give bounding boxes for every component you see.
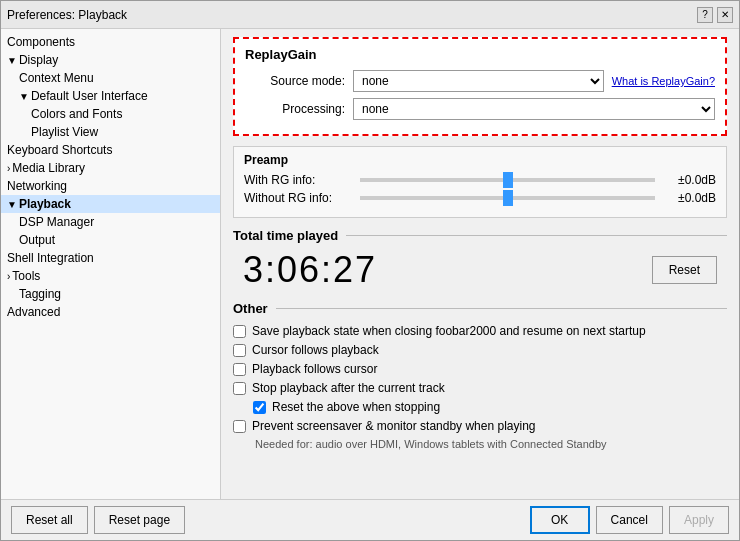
sidebar-item-colors-fonts[interactable]: Colors and Fonts <box>1 105 220 123</box>
reset-above-label: Reset the above when stopping <box>272 400 440 414</box>
sidebar-item-output[interactable]: Output <box>1 231 220 249</box>
preamp-section: Preamp With RG info: ±0.0dB Without RG i… <box>233 146 727 218</box>
playback-follows-row: Playback follows cursor <box>233 362 727 376</box>
without-rg-value: ±0.0dB <box>661 191 716 205</box>
save-state-checkbox[interactable] <box>233 325 246 338</box>
sidebar-item-default-ui[interactable]: ▼Default User Interface <box>1 87 220 105</box>
prevent-screensaver-row: Prevent screensaver & monitor standby wh… <box>233 419 727 433</box>
time-value: 3:06:27 <box>243 249 377 291</box>
processing-label: Processing: <box>245 102 345 116</box>
without-rg-label: Without RG info: <box>244 191 354 205</box>
processing-select[interactable]: none apply gain apply gain and prevent c… <box>353 98 715 120</box>
expand-arrow-media-library: › <box>7 163 10 174</box>
sidebar: Components ▼Display Context Menu ▼Defaul… <box>1 29 221 499</box>
reset-above-row: Reset the above when stopping <box>253 400 727 414</box>
sidebar-item-context-menu[interactable]: Context Menu <box>1 69 220 87</box>
total-time-reset-button[interactable]: Reset <box>652 256 717 284</box>
close-button[interactable]: ✕ <box>717 7 733 23</box>
processing-row: Processing: none apply gain apply gain a… <box>245 98 715 120</box>
title-bar: Preferences: Playback ? ✕ <box>1 1 739 29</box>
screensaver-note: Needed for: audio over HDMI, Windows tab… <box>255 438 727 450</box>
preferences-window: Preferences: Playback ? ✕ Components ▼Di… <box>0 0 740 541</box>
expand-arrow-display: ▼ <box>7 55 17 66</box>
cursor-follows-label: Cursor follows playback <box>252 343 379 357</box>
main-panel: ReplayGain Source mode: none track album… <box>221 29 739 499</box>
other-title: Other <box>233 301 268 316</box>
other-section: Other Save playback state when closing f… <box>233 301 727 450</box>
sidebar-item-media-library[interactable]: ›Media Library <box>1 159 220 177</box>
without-rg-slider-thumb[interactable] <box>503 190 513 206</box>
save-state-label: Save playback state when closing foobar2… <box>252 324 646 338</box>
with-rg-value: ±0.0dB <box>661 173 716 187</box>
expand-arrow-playback: ▼ <box>7 199 17 210</box>
bottom-left-buttons: Reset all Reset page <box>11 506 185 534</box>
source-mode-select[interactable]: none track album <box>353 70 604 92</box>
prevent-screensaver-label: Prevent screensaver & monitor standby wh… <box>252 419 535 433</box>
sidebar-item-shell-integration[interactable]: Shell Integration <box>1 249 220 267</box>
total-time-divider <box>346 235 727 236</box>
sidebar-item-playlist-view[interactable]: Playlist View <box>1 123 220 141</box>
with-rg-row: With RG info: ±0.0dB <box>244 173 716 187</box>
what-is-link[interactable]: What is ReplayGain? <box>612 75 715 87</box>
sidebar-item-tools[interactable]: ›Tools <box>1 267 220 285</box>
stop-after-label: Stop playback after the current track <box>252 381 445 395</box>
replaygain-title: ReplayGain <box>245 47 715 62</box>
help-button[interactable]: ? <box>697 7 713 23</box>
total-time-section: Total time played 3:06:27 Reset <box>233 228 727 291</box>
bottom-right-buttons: OK Cancel Apply <box>530 506 729 534</box>
source-mode-row: Source mode: none track album What is Re… <box>245 70 715 92</box>
without-rg-slider-track <box>360 196 655 200</box>
reset-page-button[interactable]: Reset page <box>94 506 185 534</box>
sidebar-item-tagging[interactable]: Tagging <box>1 285 220 303</box>
preamp-title: Preamp <box>244 153 716 167</box>
other-header: Other <box>233 301 727 316</box>
ok-button[interactable]: OK <box>530 506 590 534</box>
other-divider <box>276 308 727 309</box>
stop-after-checkbox[interactable] <box>233 382 246 395</box>
with-rg-slider-track <box>360 178 655 182</box>
with-rg-slider-thumb[interactable] <box>503 172 513 188</box>
total-time-title: Total time played <box>233 228 338 243</box>
expand-arrow-default-ui: ▼ <box>19 91 29 102</box>
cursor-follows-row: Cursor follows playback <box>233 343 727 357</box>
sidebar-item-networking[interactable]: Networking <box>1 177 220 195</box>
expand-arrow-tools: › <box>7 271 10 282</box>
with-rg-label: With RG info: <box>244 173 354 187</box>
total-time-header: Total time played <box>233 228 727 243</box>
bottom-bar: Reset all Reset page OK Cancel Apply <box>1 499 739 540</box>
playback-follows-label: Playback follows cursor <box>252 362 377 376</box>
sidebar-item-components[interactable]: Components <box>1 33 220 51</box>
apply-button[interactable]: Apply <box>669 506 729 534</box>
sidebar-item-display[interactable]: ▼Display <box>1 51 220 69</box>
cursor-follows-checkbox[interactable] <box>233 344 246 357</box>
title-bar-controls: ? ✕ <box>697 7 733 23</box>
replaygain-section: ReplayGain Source mode: none track album… <box>233 37 727 136</box>
reset-above-checkbox[interactable] <box>253 401 266 414</box>
sidebar-item-dsp-manager[interactable]: DSP Manager <box>1 213 220 231</box>
window-content: Components ▼Display Context Menu ▼Defaul… <box>1 29 739 499</box>
reset-all-button[interactable]: Reset all <box>11 506 88 534</box>
stop-after-row: Stop playback after the current track <box>233 381 727 395</box>
cancel-button[interactable]: Cancel <box>596 506 663 534</box>
source-mode-label: Source mode: <box>245 74 345 88</box>
sidebar-item-keyboard-shortcuts[interactable]: Keyboard Shortcuts <box>1 141 220 159</box>
total-time-display: 3:06:27 Reset <box>233 249 727 291</box>
sidebar-item-playback[interactable]: ▼Playback <box>1 195 220 213</box>
playback-follows-checkbox[interactable] <box>233 363 246 376</box>
without-rg-row: Without RG info: ±0.0dB <box>244 191 716 205</box>
sidebar-item-advanced[interactable]: Advanced <box>1 303 220 321</box>
window-title: Preferences: Playback <box>7 8 127 22</box>
save-state-row: Save playback state when closing foobar2… <box>233 324 727 338</box>
prevent-screensaver-checkbox[interactable] <box>233 420 246 433</box>
